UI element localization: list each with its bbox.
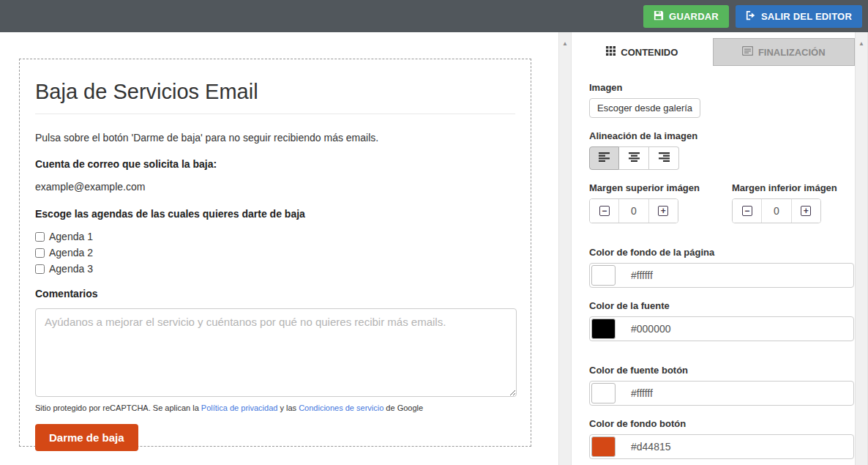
agenda-checkbox-row[interactable]: Agenda 2 bbox=[35, 245, 515, 261]
tab-contenido[interactable]: CONTENIDO bbox=[572, 38, 713, 66]
agenda-2-label: Agenda 2 bbox=[49, 247, 93, 258]
tab-finalizacion-label: FINALIZACIÓN bbox=[758, 47, 826, 58]
button-font-color-label: Color de fuente botón bbox=[589, 365, 854, 376]
grid-icon bbox=[606, 46, 616, 58]
agenda-1-checkbox[interactable] bbox=[35, 232, 45, 242]
font-color-label: Color de la fuente bbox=[589, 300, 854, 311]
agenda-3-label: Agenda 3 bbox=[49, 263, 93, 275]
agenda-checkbox-row[interactable]: Agenda 3 bbox=[35, 261, 515, 277]
scroll-up-icon[interactable]: ▲ bbox=[856, 41, 867, 47]
plus-square-icon: + bbox=[801, 206, 811, 216]
save-icon bbox=[654, 10, 664, 23]
agendas-label: Escoge las agendas de las cuales quieres… bbox=[35, 208, 515, 220]
page-bg-color-label: Color de fondo de la página bbox=[589, 247, 854, 258]
email-account-label: Cuenta de correo que solicita la baja: bbox=[35, 158, 515, 170]
settings-panel: CONTENIDO FINALIZACIÓN Imagen Escoger de… bbox=[572, 32, 855, 465]
panel-scrollbar[interactable]: ▲ bbox=[855, 32, 868, 465]
privacy-policy-link[interactable]: Política de privacidad bbox=[201, 403, 278, 412]
unsubscribe-button[interactable]: Darme de baja bbox=[35, 424, 138, 451]
recaptcha-text-prefix: Sitio protegido por reCAPTCHA. Se aplica… bbox=[35, 403, 201, 412]
save-button[interactable]: GUARDAR bbox=[643, 5, 729, 28]
page-bg-color-swatch[interactable] bbox=[591, 265, 616, 286]
title-divider bbox=[35, 114, 515, 114]
margin-bottom-increment-button[interactable]: + bbox=[792, 199, 820, 223]
comments-textarea[interactable] bbox=[35, 308, 517, 397]
button-bg-color-label: Color de fondo botón bbox=[589, 418, 854, 429]
margin-top-stepper: − + bbox=[589, 198, 678, 223]
align-right-button[interactable] bbox=[649, 146, 679, 170]
panel-body: Imagen Escoger desde galería Alineación … bbox=[572, 66, 855, 459]
top-toolbar: GUARDAR SALIR DEL EDITOR bbox=[0, 0, 868, 32]
page-bg-color-field bbox=[589, 263, 854, 288]
exit-editor-button[interactable]: SALIR DEL EDITOR bbox=[736, 5, 862, 28]
margin-top-increment-button[interactable]: + bbox=[649, 199, 678, 223]
font-color-swatch[interactable] bbox=[591, 319, 616, 339]
align-right-icon bbox=[659, 152, 670, 164]
margin-top-decrement-button[interactable]: − bbox=[590, 199, 618, 223]
font-color-field bbox=[589, 316, 854, 341]
scroll-up-icon[interactable]: ▲ bbox=[559, 41, 571, 47]
margin-bottom-label: Margen inferior imágen bbox=[732, 182, 837, 193]
agenda-2-checkbox[interactable] bbox=[35, 248, 45, 258]
main-area: Baja de Servicios Email Pulsa sobre el b… bbox=[0, 32, 868, 465]
email-preview-canvas: Baja de Servicios Email Pulsa sobre el b… bbox=[0, 32, 558, 465]
margin-top-label: Margen superior imágen bbox=[589, 182, 732, 193]
email-account-value: example@example.com bbox=[35, 181, 515, 193]
recaptcha-text-suffix: de Google bbox=[384, 403, 423, 412]
minus-square-icon: − bbox=[742, 206, 752, 216]
choose-from-gallery-button[interactable]: Escoger desde galería bbox=[589, 98, 700, 118]
agenda-3-checkbox[interactable] bbox=[35, 264, 45, 274]
button-bg-color-input[interactable] bbox=[616, 441, 852, 453]
margin-top-value-input[interactable] bbox=[619, 199, 648, 223]
save-button-label: GUARDAR bbox=[669, 11, 719, 22]
recaptcha-notice: Sitio protegido por reCAPTCHA. Se aplica… bbox=[35, 403, 515, 412]
align-center-button[interactable] bbox=[619, 146, 649, 170]
intro-text: Pulsa sobre el botón 'Darme de baja' par… bbox=[35, 132, 515, 144]
image-label: Imagen bbox=[589, 82, 854, 93]
plus-square-icon: + bbox=[658, 206, 668, 216]
button-bg-color-swatch[interactable] bbox=[591, 436, 616, 457]
comments-label: Comentarios bbox=[35, 288, 515, 300]
button-font-color-field bbox=[589, 381, 854, 406]
exit-editor-label: SALIR DEL EDITOR bbox=[761, 11, 852, 22]
email-title: Baja de Servicios Email bbox=[35, 80, 515, 104]
tab-finalizacion[interactable]: FINALIZACIÓN bbox=[713, 38, 856, 66]
agenda-1-label: Agenda 1 bbox=[49, 231, 93, 242]
list-alt-icon bbox=[742, 46, 753, 58]
margins-row: Margen superior imágen − + Margen inferi… bbox=[589, 182, 854, 223]
sign-out-icon bbox=[746, 10, 756, 23]
button-bg-color-field bbox=[589, 434, 854, 459]
minus-square-icon: − bbox=[599, 206, 610, 216]
tab-contenido-label: CONTENIDO bbox=[621, 47, 678, 58]
align-center-icon bbox=[629, 152, 640, 164]
terms-of-service-link[interactable]: Condiciones de servicio bbox=[299, 403, 384, 412]
page-bg-color-input[interactable] bbox=[616, 269, 852, 281]
button-font-color-swatch[interactable] bbox=[591, 383, 616, 403]
button-font-color-input[interactable] bbox=[616, 387, 852, 399]
align-left-button[interactable] bbox=[589, 146, 619, 170]
email-preview-block[interactable]: Baja de Servicios Email Pulsa sobre el b… bbox=[19, 59, 531, 447]
panel-tabs: CONTENIDO FINALIZACIÓN bbox=[572, 38, 855, 66]
align-left-icon bbox=[599, 152, 610, 164]
margin-bottom-value-input[interactable] bbox=[762, 199, 790, 223]
recaptcha-text-middle: y las bbox=[277, 403, 299, 412]
agenda-checkbox-row[interactable]: Agenda 1 bbox=[35, 228, 515, 245]
canvas-scrollbar[interactable]: ▲ bbox=[558, 32, 572, 465]
margin-bottom-stepper: − + bbox=[732, 198, 821, 223]
image-alignment-label: Alineación de la imagen bbox=[589, 130, 854, 141]
alignment-button-group bbox=[589, 146, 854, 170]
agenda-checkbox-list: Agenda 1 Agenda 2 Agenda 3 bbox=[35, 228, 515, 277]
font-color-input[interactable] bbox=[616, 323, 852, 335]
margin-bottom-decrement-button[interactable]: − bbox=[733, 199, 761, 223]
